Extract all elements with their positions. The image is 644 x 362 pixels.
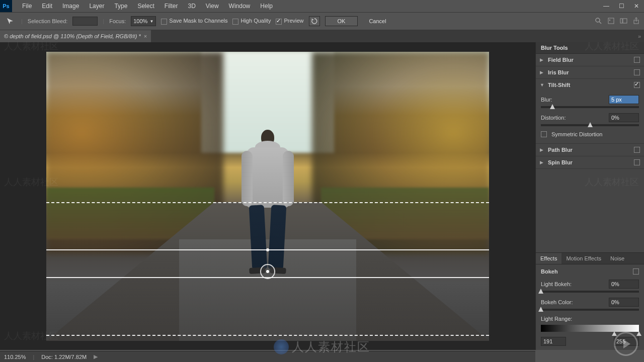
blur-value-input[interactable] — [609, 95, 639, 104]
svg-rect-2 — [608, 18, 614, 24]
chevron-right-icon: ▶ — [540, 160, 545, 165]
ok-button[interactable]: OK — [325, 16, 358, 26]
selection-bleed-input[interactable] — [72, 17, 98, 26]
light-bokeh-slider[interactable] — [541, 291, 639, 293]
menu-3d[interactable]: 3D — [183, 1, 200, 12]
menu-type[interactable]: Type — [109, 1, 132, 12]
svg-point-0 — [596, 18, 600, 22]
tab-noise[interactable]: Noise — [606, 253, 629, 264]
menu-view[interactable]: View — [201, 1, 224, 12]
options-bar: | Selection Bleed: | Focus: 100% ▼ Save … — [0, 12, 644, 30]
preview-checkbox[interactable]: Preview — [276, 18, 303, 24]
blur-slider[interactable] — [541, 106, 639, 108]
save-mask-label: Save Mask to Channels — [169, 18, 227, 24]
minimize-icon[interactable]: — — [599, 0, 614, 12]
tilt-shift-checkbox[interactable] — [634, 82, 640, 88]
chevron-right-icon: ▶ — [540, 147, 545, 152]
iris-blur-header[interactable]: ▶ Iris Blur — [536, 66, 644, 78]
field-blur-checkbox[interactable] — [634, 57, 640, 63]
tab-effects[interactable]: Effects — [536, 253, 561, 264]
spin-blur-label: Spin Blur — [548, 159, 631, 165]
status-bar: 110.25% | Doc: 1.22M/7.82M ▶ — [0, 351, 535, 362]
close-tab-icon[interactable]: × — [144, 33, 147, 39]
bokeh-color-input[interactable] — [609, 298, 639, 307]
tab-motion-effects[interactable]: Motion Effects — [561, 253, 606, 264]
symmetric-distortion-label: Symmetric Distortion — [551, 131, 602, 137]
tilt-shift-center-handle[interactable] — [260, 264, 275, 279]
frame-icon[interactable] — [607, 17, 615, 26]
spin-blur-header[interactable]: ▶ Spin Blur — [536, 156, 644, 168]
chevron-right-icon[interactable]: ▶ — [94, 353, 98, 360]
maximize-icon[interactable]: ☐ — [614, 0, 629, 12]
distortion-value-input[interactable] — [609, 113, 639, 122]
field-blur-header[interactable]: ▶ Field Blur — [536, 54, 644, 66]
divider: | — [33, 354, 34, 360]
menu-file[interactable]: File — [17, 1, 37, 12]
light-range-slider[interactable] — [541, 325, 639, 332]
tilt-shift-pin-top[interactable] — [266, 248, 269, 251]
light-bokeh-input[interactable] — [609, 280, 639, 289]
light-range-low-input[interactable] — [541, 337, 566, 346]
canvas[interactable] — [46, 52, 489, 341]
app-logo-icon: Ps — [0, 0, 12, 12]
selection-bleed-label: Selection Bleed: — [28, 18, 68, 24]
bokeh-checkbox[interactable] — [633, 268, 639, 275]
path-blur-checkbox[interactable] — [634, 147, 640, 153]
tilt-shift-label: Tilt-Shift — [548, 82, 631, 88]
zoom-level[interactable]: 110.25% — [4, 354, 26, 360]
menu-layer[interactable]: Layer — [84, 1, 109, 12]
search-icon[interactable] — [595, 17, 602, 26]
close-icon[interactable]: ✕ — [629, 0, 644, 12]
high-quality-checkbox[interactable]: High Quality — [232, 18, 271, 24]
document-tab-bar: © depth of field.psd @ 110% (Depth of Fi… — [0, 30, 644, 42]
iris-blur-checkbox[interactable] — [634, 69, 640, 75]
preview-label: Preview — [284, 18, 303, 24]
distortion-label: Distortion: — [541, 115, 566, 121]
bokeh-color-label: Bokeh Color: — [541, 299, 573, 305]
doc-info: Doc: 1.22M/7.82M — [41, 354, 87, 360]
cancel-button[interactable]: Cancel — [363, 17, 392, 26]
play-icon — [614, 332, 638, 356]
symmetric-distortion-checkbox[interactable]: Symmetric Distortion — [541, 131, 639, 137]
chevron-right-icon: ▶ — [540, 57, 545, 62]
spin-blur-checkbox[interactable] — [634, 159, 640, 165]
workspace-icon[interactable] — [620, 17, 627, 26]
document-tab-title: © depth of field.psd @ 110% (Depth of Fi… — [4, 33, 141, 39]
tilt-shift-header[interactable]: ▼ Tilt-Shift — [536, 79, 644, 91]
focus-select[interactable]: 100% ▼ — [131, 16, 156, 26]
path-blur-header[interactable]: ▶ Path Blur — [536, 144, 644, 156]
iris-blur-label: Iris Blur — [548, 69, 631, 75]
light-bokeh-label: Light Bokeh: — [541, 281, 572, 287]
document-tab[interactable]: © depth of field.psd @ 110% (Depth of Fi… — [0, 30, 151, 42]
distortion-slider[interactable] — [541, 124, 639, 126]
svg-rect-4 — [620, 19, 622, 23]
effects-tabs: Effects Motion Effects Noise — [536, 252, 644, 264]
spin-blur-section: ▶ Spin Blur — [536, 156, 644, 169]
menu-help[interactable]: Help — [255, 1, 278, 12]
menu-edit[interactable]: Edit — [37, 1, 57, 12]
share-icon[interactable] — [632, 17, 640, 26]
tilt-shift-focus-bottom[interactable] — [46, 277, 489, 278]
logo-watermark: 人人素材社区 — [274, 339, 370, 355]
bokeh-color-slider[interactable] — [541, 309, 639, 311]
tilt-shift-section: ▼ Tilt-Shift Blur: Distortion: Symmetric… — [536, 79, 644, 144]
canvas-area — [0, 42, 535, 350]
chevron-down-icon: ▼ — [540, 82, 545, 87]
field-blur-label: Field Blur — [548, 57, 631, 63]
titlebar: Ps File Edit Image Layer Type Select Fil… — [0, 0, 644, 12]
menu-window[interactable]: Window — [224, 1, 256, 12]
menu-filter[interactable]: Filter — [159, 1, 183, 12]
focus-label: Focus: — [109, 18, 126, 24]
menu-select[interactable]: Select — [132, 1, 159, 12]
tilt-shift-feather-bottom[interactable] — [46, 335, 489, 336]
blur-label: Blur: — [541, 97, 552, 103]
right-panel: Blur Tools ▶ Field Blur ▶ Iris Blur ▼ Ti… — [535, 42, 644, 350]
tool-icon[interactable] — [4, 15, 16, 27]
expand-panel-icon[interactable]: » — [638, 33, 644, 39]
tilt-shift-feather-top[interactable] — [46, 202, 489, 203]
save-mask-checkbox[interactable]: Save Mask to Channels — [161, 18, 227, 24]
options-right-icons — [595, 17, 640, 26]
menu-image[interactable]: Image — [57, 1, 84, 12]
reset-button[interactable] — [309, 16, 320, 26]
path-blur-label: Path Blur — [548, 147, 631, 153]
